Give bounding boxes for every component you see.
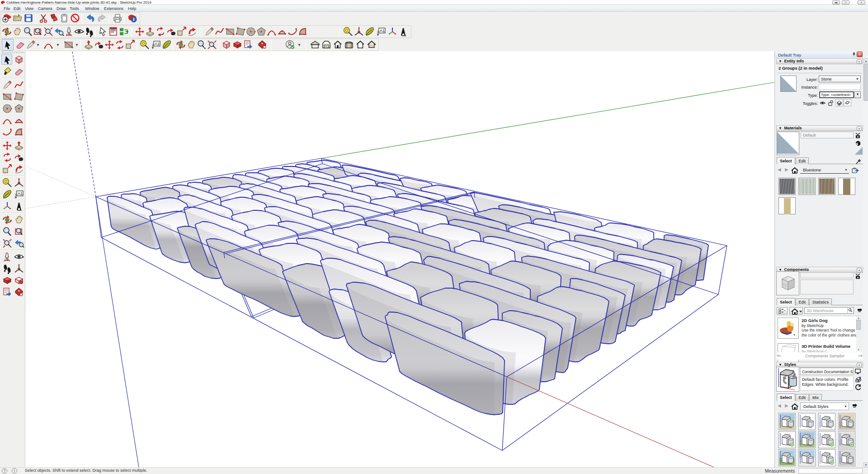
- svg-text:A1: A1: [155, 42, 160, 46]
- svg-text:A1: A1: [380, 28, 385, 33]
- svg-text:A1: A1: [18, 191, 23, 196]
